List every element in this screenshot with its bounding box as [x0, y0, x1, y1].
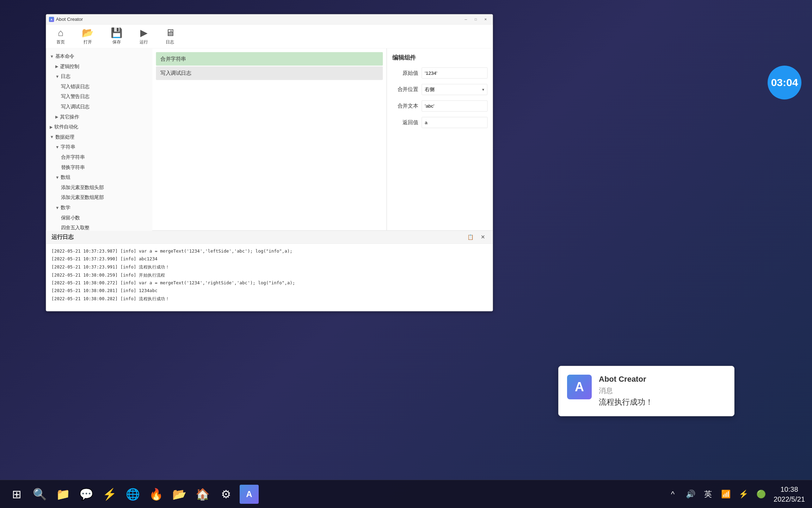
sidebar-item-basic-commands[interactable]: ▼ 基本命令 — [46, 52, 152, 62]
log-controls: 📋 ✕ — [466, 232, 487, 242]
command-list: 合并字符串 写入调试日志 — [152, 48, 387, 230]
taskbar-battery-icon[interactable]: ⚡ — [736, 487, 750, 501]
log-close-button[interactable]: ✕ — [478, 232, 487, 242]
taskbar-folder[interactable]: 📂 — [170, 485, 189, 504]
sidebar-item-software-automation[interactable]: ▶ 软件自动化 — [46, 122, 152, 132]
sidebar-item-other-ops[interactable]: ▶ 其它操作 — [46, 112, 152, 122]
log-content: [2022-05-21 10:37:23.987] [info] var a =… — [46, 244, 493, 307]
sidebar-item-write-error-log[interactable]: 写入错误日志 — [46, 81, 152, 92]
prop-select-merge-position[interactable]: 左侧 右侧 — [422, 84, 487, 95]
log-export-button[interactable]: 📋 — [466, 232, 475, 242]
command-row-debug-log[interactable]: 写入调试日志 — [156, 66, 383, 80]
toolbar-run[interactable]: ▶ 运行 — [136, 26, 151, 47]
sidebar-item-log[interactable]: ▼ 日志 — [46, 72, 152, 82]
sidebar-item-array[interactable]: ▼ 数组 — [46, 173, 152, 183]
prop-input-merge-text[interactable] — [422, 101, 488, 111]
taskbar-datetime[interactable]: 10:38 2022/5/21 — [774, 484, 805, 504]
prop-label-return-value: 返回值 — [392, 119, 418, 126]
sidebar-item-round[interactable]: 四舍五入取整 — [46, 223, 152, 230]
taskbar: ⊞ 🔍 📁 💬 ⚡ 🌐 🔥 📂 🏠 ⚙ A ^ 🔊 英 📶 ⚡ 🟢 10:38 — [0, 480, 812, 508]
taskbar-vscode[interactable]: ⚡ — [100, 485, 119, 504]
run-label: 运行 — [140, 39, 148, 45]
label-array-append: 添加元素至数组尾部 — [61, 194, 104, 201]
toolbar-home[interactable]: ⌂ 首页 — [53, 26, 68, 47]
sidebar-item-math[interactable]: ▼ 数学 — [46, 203, 152, 213]
prop-label-original: 原始值 — [392, 69, 418, 77]
sidebar-item-logic-control[interactable]: ▶ 逻辑控制 — [46, 61, 152, 72]
maximize-button[interactable]: □ — [472, 17, 480, 23]
arrow-other-ops: ▶ — [55, 115, 59, 120]
prop-input-original[interactable] — [422, 67, 488, 78]
label-string: 字符串 — [61, 144, 75, 150]
arrow-string: ▼ — [55, 145, 59, 150]
prop-row-merge-text: 合并文本 — [392, 101, 487, 111]
taskbar-search-icon[interactable]: 🔍 — [30, 485, 49, 504]
log-panel-title: 运行日志 — [51, 233, 73, 241]
prop-row-original: 原始值 — [392, 67, 487, 78]
sidebar-item-write-warn-log[interactable]: 写入警告日志 — [46, 92, 152, 102]
log-line-1: [2022-05-21 10:37:23.990] [info] abc1234 — [51, 255, 487, 263]
taskbar-settings[interactable]: ⚙ — [216, 485, 235, 504]
toolbar-log[interactable]: 🖥 日志 — [162, 26, 178, 47]
log-line-4: [2022-05-21 10:38:00.272] [info] var a =… — [51, 279, 487, 287]
sidebar-item-data-processing[interactable]: ▼ 数据处理 — [46, 132, 152, 142]
sidebar-item-replace-string[interactable]: 替换字符串 — [46, 162, 152, 173]
title-bar: A Abot Creator ─ □ ✕ — [46, 14, 493, 25]
close-button[interactable]: ✕ — [481, 17, 490, 23]
prop-input-return-value[interactable] — [422, 117, 488, 128]
label-write-warn-log: 写入警告日志 — [61, 93, 89, 100]
label-keep-decimal: 保留小数 — [61, 214, 80, 221]
prop-row-merge-position: 合并位置 左侧 右侧 ▾ — [392, 84, 487, 95]
taskbar-chrome[interactable]: 🌐 — [123, 485, 142, 504]
taskbar-chevron-icon[interactable]: ^ — [666, 487, 680, 501]
taskbar-time-value: 10:38 — [780, 484, 798, 494]
label-software-automation: 软件自动化 — [54, 124, 78, 130]
desktop: A Abot Creator ─ □ ✕ ⌂ 首页 📂 打开 💾 保存 — [0, 0, 812, 508]
taskbar-right: ^ 🔊 英 📶 ⚡ 🟢 10:38 2022/5/21 — [666, 484, 805, 504]
title-bar-left: A Abot Creator — [49, 17, 83, 22]
log-line-2: [2022-05-21 10:37:23.991] [info] 流程执行成功！ — [51, 263, 487, 271]
window-controls: ─ □ ✕ — [462, 17, 490, 23]
minimize-button[interactable]: ─ — [462, 17, 470, 23]
arrow-log: ▼ — [55, 74, 59, 79]
arrow-data-processing: ▼ — [50, 135, 54, 140]
label-math: 数学 — [61, 205, 70, 211]
label-array-prepend: 添加元素至数组头部 — [61, 185, 104, 191]
command-row-merge-string[interactable]: 合并字符串 — [156, 52, 383, 66]
label-basic-commands: 基本命令 — [55, 53, 74, 60]
taskbar-app1[interactable]: 🔥 — [147, 485, 166, 504]
prop-label-merge-text: 合并文本 — [392, 103, 418, 110]
taskbar-ime-icon[interactable]: 英 — [701, 487, 715, 501]
toast-content: Abot Creator 消息 流程执行成功！ — [599, 375, 726, 407]
toolbar-save[interactable]: 💾 保存 — [108, 26, 125, 47]
taskbar-network-icon[interactable]: 📶 — [719, 487, 733, 501]
toast-app-name: Abot Creator — [599, 375, 726, 384]
label-merge-string: 合并字符串 — [61, 154, 85, 161]
sidebar-item-merge-string[interactable]: 合并字符串 — [46, 152, 152, 163]
label-log: 日志 — [61, 73, 70, 80]
arrow-math: ▼ — [55, 205, 59, 210]
taskbar-tray1[interactable]: 🟢 — [754, 487, 768, 501]
app-title: Abot Creator — [56, 17, 83, 22]
prop-row-return-value: 返回值 — [392, 117, 487, 128]
label-round: 四舍五入取整 — [61, 225, 89, 230]
sidebar-item-array-prepend[interactable]: 添加元素至数组头部 — [46, 182, 152, 193]
sidebar-item-write-debug-log[interactable]: 写入调试日志 — [46, 102, 152, 112]
sidebar-item-string[interactable]: ▼ 字符串 — [46, 142, 152, 152]
taskbar-wechat[interactable]: 💬 — [77, 485, 96, 504]
timer-circle: 03:04 — [768, 66, 801, 99]
label-other-ops: 其它操作 — [60, 114, 79, 120]
label-write-debug-log: 写入调试日志 — [61, 104, 89, 110]
sidebar-item-array-append[interactable]: 添加元素至数组尾部 — [46, 193, 152, 203]
taskbar-file-explorer[interactable]: 📁 — [54, 485, 73, 504]
taskbar-abot[interactable]: A — [240, 485, 259, 504]
save-label: 保存 — [112, 39, 121, 45]
taskbar-start-button[interactable]: ⊞ — [7, 485, 26, 504]
log-line-0: [2022-05-21 10:37:23.987] [info] var a =… — [51, 247, 487, 255]
arrow-array: ▼ — [55, 175, 59, 180]
taskbar-home-icon[interactable]: 🏠 — [193, 485, 212, 504]
sidebar-item-keep-decimal[interactable]: 保留小数 — [46, 213, 152, 223]
open-icon: 📂 — [82, 28, 94, 37]
toolbar-open[interactable]: 📂 打开 — [79, 26, 97, 47]
taskbar-volume-icon[interactable]: 🔊 — [683, 487, 697, 501]
